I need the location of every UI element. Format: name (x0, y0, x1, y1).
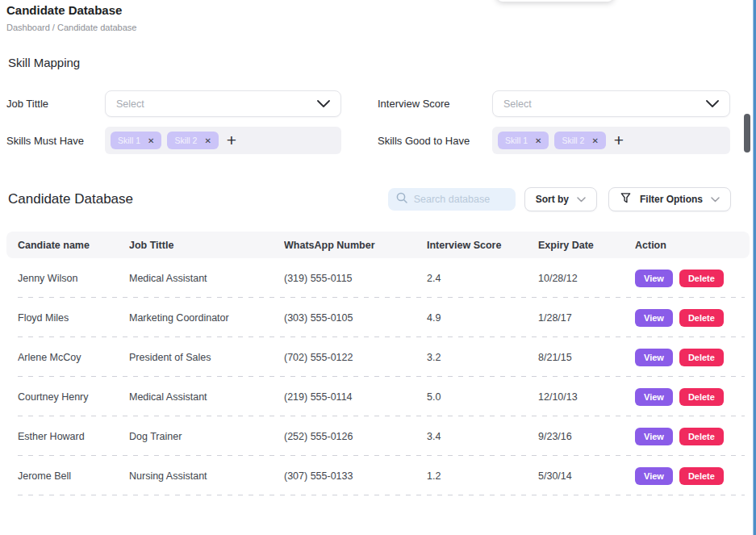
chip-remove-icon[interactable]: ✕ (535, 136, 541, 145)
candidate-table: Candiate nameJob TittleWhatsApp NumberIn… (6, 232, 750, 495)
expiry-date-cell: 5/30/14 (538, 470, 635, 482)
delete-button[interactable]: Delete (679, 388, 724, 406)
column-header: Interview Score (427, 240, 538, 251)
chip-remove-icon[interactable]: ✕ (204, 136, 211, 145)
interview-score-cell: 2.4 (427, 273, 538, 284)
search-icon (396, 192, 407, 207)
view-button[interactable]: View (635, 388, 673, 406)
whatsapp-cell: (307) 555-0133 (284, 470, 427, 482)
skill-chip-label: Skill 1 (118, 136, 140, 145)
action-cell: ViewDelete (635, 467, 738, 485)
interview-score-cell: 1.2 (427, 470, 538, 482)
whatsapp-cell: (252) 555-0126 (284, 431, 427, 442)
interview-score-select[interactable]: Select (492, 90, 730, 117)
table-row: Esther HowardDog Trainer(252) 555-01263.… (6, 416, 750, 456)
expiry-date-cell: 1/28/17 (538, 312, 635, 324)
filter-options-label: Filter Options (640, 194, 703, 205)
page-title: Candidate Database (6, 2, 750, 19)
table-body: Jenny WilsonMedical Assistant(319) 555-0… (6, 258, 750, 495)
candidate-db-section-bar: Candidate Database Sort by Filter Option… (8, 187, 750, 211)
job-title-label: Job Tittle (6, 98, 105, 110)
search-box[interactable] (388, 188, 516, 211)
page-container: Candidate Database Dashboard / Candidate… (0, 0, 756, 211)
whatsapp-cell: (219) 555-0114 (284, 391, 427, 403)
delete-button[interactable]: Delete (679, 467, 724, 485)
candidate-name: Courtney Henry (18, 391, 129, 403)
interview-score-cell: 4.9 (427, 312, 538, 324)
column-header: WhatsApp Number (284, 240, 427, 251)
column-header: Job Tittle (129, 240, 284, 251)
skill-chip-label: Skill 2 (562, 136, 584, 145)
skills-good-to-have-input[interactable]: Skill 1✕Skill 2✕+ (492, 127, 730, 154)
chevron-down-icon (577, 194, 586, 205)
filter-funnel-icon (620, 192, 632, 207)
delete-button[interactable]: Delete (679, 270, 724, 287)
add-skill-icon[interactable]: + (614, 132, 624, 148)
cutoff-top-element (496, 0, 614, 2)
skills-good-to-have-label: Skills Good to Have (378, 135, 492, 147)
table-row: Arlene McCoyPresident of Sales(702) 555-… (6, 337, 750, 377)
action-cell: ViewDelete (635, 349, 738, 366)
sort-by-button[interactable]: Sort by (524, 187, 597, 211)
job-title-cell: Medical Assistant (129, 273, 284, 284)
skill-mapping-form: Job Tittle Select Interview Score Select… (6, 90, 750, 154)
table-row: Jenny WilsonMedical Assistant(319) 555-0… (6, 258, 750, 298)
table-row: Jerome BellNursing Assistant(307) 555-01… (6, 456, 750, 495)
interview-score-cell: 3.2 (427, 352, 538, 363)
column-header: Action (635, 240, 738, 251)
filter-options-button[interactable]: Filter Options (608, 187, 731, 211)
interview-score-cell: 3.4 (427, 431, 538, 442)
breadcrumb: Dashboard / Candidate database (6, 22, 750, 33)
view-button[interactable]: View (635, 270, 673, 287)
candidate-name: Floyd Miles (18, 312, 129, 324)
skill-chip-label: Skill 1 (505, 136, 528, 145)
job-title-cell: Dog Trainer (129, 431, 284, 442)
chevron-down-icon (317, 100, 330, 107)
expiry-date-cell: 8/21/15 (538, 352, 635, 363)
delete-button[interactable]: Delete (679, 309, 724, 327)
action-cell: ViewDelete (635, 270, 738, 287)
job-title-cell: President of Sales (129, 352, 284, 363)
chevron-down-icon (706, 100, 719, 107)
skill-chip-label: Skill 2 (174, 136, 197, 145)
view-button[interactable]: View (635, 349, 673, 366)
scrollbar-thumb[interactable] (744, 114, 750, 153)
skill-chip[interactable]: Skill 2✕ (167, 132, 218, 149)
action-cell: ViewDelete (635, 309, 738, 327)
search-input[interactable] (414, 194, 507, 205)
view-button[interactable]: View (635, 467, 673, 485)
chip-remove-icon[interactable]: ✕ (148, 136, 154, 145)
whatsapp-cell: (303) 555-0105 (284, 312, 427, 324)
chip-remove-icon[interactable]: ✕ (591, 136, 598, 145)
column-header: Candiate name (18, 240, 129, 251)
candidate-db-heading: Candidate Database (8, 191, 133, 207)
add-skill-icon[interactable]: + (227, 132, 236, 148)
candidate-name: Esther Howard (18, 431, 129, 442)
delete-button[interactable]: Delete (679, 428, 724, 445)
skill-chip[interactable]: Skill 2✕ (554, 132, 605, 149)
expiry-date-cell: 9/23/16 (538, 431, 635, 442)
table-row: Floyd MilesMarketing Coordinator(303) 55… (6, 298, 750, 337)
job-title-cell: Nursing Assistant (129, 470, 284, 482)
action-cell: ViewDelete (635, 388, 738, 406)
expiry-date-cell: 10/28/12 (538, 273, 635, 284)
skill-chip[interactable]: Skill 1✕ (111, 132, 161, 149)
delete-button[interactable]: Delete (679, 349, 724, 366)
column-header: Expiry Date (538, 240, 635, 251)
chevron-down-icon (711, 194, 720, 205)
candidate-name: Arlene McCoy (18, 352, 129, 363)
candidate-name: Jenny Wilson (18, 273, 129, 284)
candidate-name: Jerome Bell (18, 470, 129, 482)
skills-must-have-input[interactable]: Skill 1✕Skill 2✕+ (105, 127, 341, 154)
view-button[interactable]: View (635, 309, 673, 327)
interview-score-cell: 5.0 (427, 391, 538, 403)
job-title-select-value: Select (116, 98, 317, 110)
skill-chip[interactable]: Skill 1✕ (498, 132, 549, 149)
action-cell: ViewDelete (635, 428, 738, 445)
job-title-select[interactable]: Select (105, 90, 341, 117)
job-title-cell: Marketing Coordinator (129, 312, 284, 324)
whatsapp-cell: (702) 555-0122 (284, 352, 427, 363)
table-row: Courtney HenryMedical Assistant(219) 555… (6, 377, 750, 416)
view-button[interactable]: View (635, 428, 673, 445)
skills-must-have-label: Skills Must Have (6, 135, 105, 147)
